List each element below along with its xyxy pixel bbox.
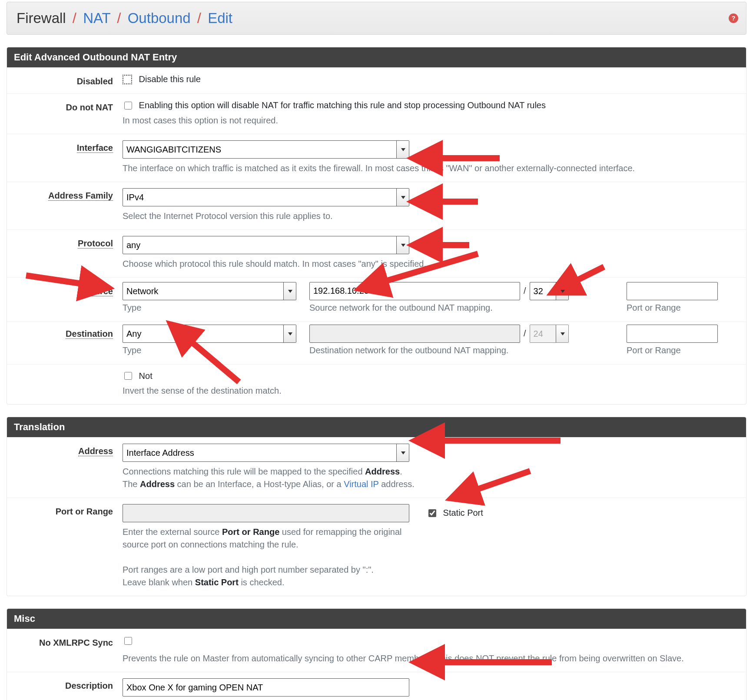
protocol-help: Choose which protocol this rule should m…	[123, 258, 739, 270]
source-port-input[interactable]	[627, 282, 718, 300]
translation-port-input	[123, 504, 409, 522]
disabled-text: Disable this rule	[139, 74, 201, 84]
label-protocol: Protocol	[78, 239, 113, 249]
interface-help: The interface on which traffic is matche…	[123, 162, 739, 175]
virtual-ip-link[interactable]: Virtual IP	[344, 479, 378, 489]
breadcrumb-link-edit[interactable]: Edit	[208, 10, 232, 26]
translation-address-select[interactable]: Interface Address	[123, 444, 409, 462]
label-interface: Interface	[77, 143, 113, 153]
panel-title-translation: Translation	[7, 417, 746, 437]
label-source: Source	[83, 286, 113, 296]
interface-select[interactable]: WANGIGABITCITIZENS	[123, 140, 409, 159]
static-port-label: Static Port	[443, 508, 483, 518]
source-type-select[interactable]: Network	[123, 282, 296, 300]
help-icon[interactable]: ?	[729, 13, 738, 23]
breadcrumb-root: Firewall	[17, 10, 66, 26]
source-type-sublabel: Type	[123, 303, 296, 313]
dest-port-input[interactable]	[627, 325, 718, 343]
af-help: Select the Internet Protocol version thi…	[123, 210, 739, 222]
dest-cidr-select: 24	[530, 325, 569, 343]
dest-type-select[interactable]: Any	[123, 325, 296, 343]
source-cidr-select[interactable]: 32	[530, 282, 569, 300]
address-help1: Connections matching this rule will be m…	[123, 465, 739, 491]
breadcrumb-link-outbound[interactable]: Outbound	[128, 10, 191, 26]
label-donotnat: Do not NAT	[14, 100, 123, 113]
noxmlrpc-help: Prevents the rule on Master from automat…	[123, 652, 739, 665]
not-help: Invert the sense of the destination matc…	[123, 385, 739, 397]
label-address: Address	[78, 446, 113, 456]
label-af: Address Family	[48, 191, 113, 201]
dest-port-sublabel: Port or Range	[627, 345, 718, 355]
description-input[interactable]	[123, 678, 409, 697]
panel-title-misc: Misc	[7, 609, 746, 629]
slash-sep: /	[520, 328, 530, 338]
breadcrumb-sep: /	[114, 10, 123, 26]
dest-net-sublabel: Destination network for the outbound NAT…	[309, 345, 614, 355]
slash-sep: /	[520, 286, 530, 296]
label-description: Description	[14, 678, 123, 691]
donotnat-help: In most cases this option is not require…	[123, 114, 739, 127]
breadcrumb: Firewall / NAT / Outbound / Edit ?	[7, 2, 746, 35]
noxmlrpc-checkbox[interactable]	[124, 637, 132, 645]
source-net-sublabel: Source network for the outbound NAT mapp…	[309, 303, 614, 313]
af-select[interactable]: IPv4	[123, 188, 409, 206]
donotnat-checkbox[interactable]	[124, 102, 132, 109]
panel-misc: Misc No XMLRPC Sync Prevents the rule on…	[7, 608, 746, 700]
dest-network-input	[309, 325, 520, 343]
label-destination: Destination	[66, 329, 113, 339]
panel-translation: Translation Address Interface Address Co…	[7, 417, 746, 596]
label-port-range: Port or Range	[14, 504, 123, 517]
source-port-sublabel: Port or Range	[627, 303, 718, 313]
protocol-select[interactable]: any	[123, 236, 409, 254]
donotnat-text: Enabling this option will disable NAT fo…	[139, 100, 546, 110]
static-port-checkbox[interactable]	[428, 509, 436, 517]
disabled-checkbox[interactable]	[123, 75, 132, 84]
panel-title-edit: Edit Advanced Outbound NAT Entry	[7, 47, 746, 67]
panel-edit: Edit Advanced Outbound NAT Entry Disable…	[7, 47, 746, 405]
label-disabled: Disabled	[14, 74, 123, 86]
breadcrumb-link-nat[interactable]: NAT	[83, 10, 110, 26]
source-network-input[interactable]	[309, 282, 520, 300]
dest-type-sublabel: Type	[123, 345, 296, 355]
not-label: Not	[139, 371, 153, 381]
breadcrumb-sep: /	[195, 10, 204, 26]
port-help: Enter the external source Port or Range …	[123, 526, 409, 589]
breadcrumb-sep: /	[70, 10, 79, 26]
label-noxmlrpc: No XMLRPC Sync	[14, 635, 123, 648]
not-checkbox[interactable]	[124, 372, 132, 380]
